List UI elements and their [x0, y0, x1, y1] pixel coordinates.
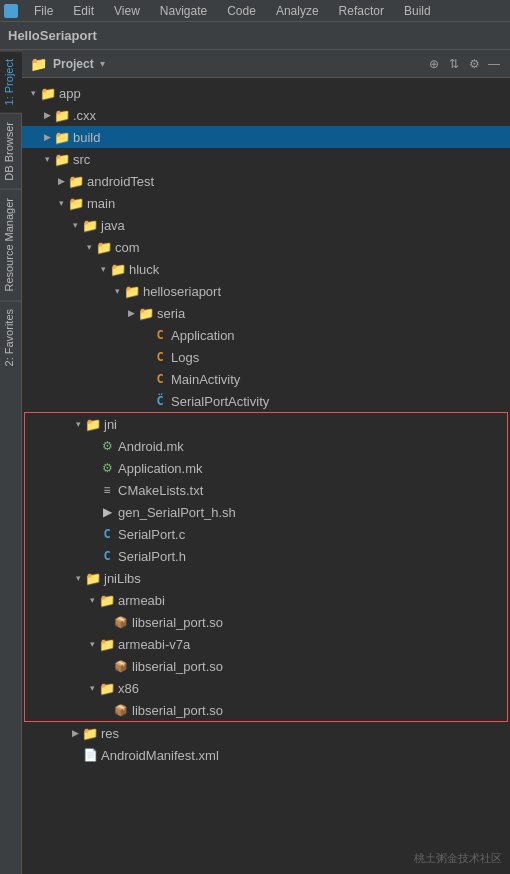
tree-icon-com: 📁	[96, 239, 112, 255]
tree-label-com: com	[115, 240, 140, 255]
tree-arrow-hluck: ▾	[96, 262, 110, 276]
left-tab-resource[interactable]: Resource Manager	[0, 189, 22, 300]
project-label: Project	[53, 57, 94, 71]
tree-item-AndroidManifest.xml[interactable]: 📄 AndroidManifest.xml	[22, 744, 510, 766]
tree-icon-x86: 📁	[99, 680, 115, 696]
dropdown-arrow[interactable]: ▾	[100, 58, 105, 69]
tree-icon-SerialPort.c: C	[99, 526, 115, 542]
tree-item-SerialPortActivity[interactable]: C̈ SerialPortActivity	[22, 390, 510, 412]
tree-icon-MainActivity: C	[152, 371, 168, 387]
tree-arrow-res: ▶	[68, 726, 82, 740]
tree-item-src[interactable]: ▾ 📁 src	[22, 148, 510, 170]
tree-label-SerialPort.h: SerialPort.h	[118, 549, 186, 564]
project-toolbar: 📁 Project ▾ ⊕ ⇅ ⚙ —	[22, 50, 510, 78]
tree-icon-SerialPortActivity: C̈	[152, 393, 168, 409]
tree-label-Application.mk: Application.mk	[118, 461, 203, 476]
tree-item-build[interactable]: ▶ 📁 build	[22, 126, 510, 148]
tree-item-x86[interactable]: ▾ 📁 x86	[25, 677, 507, 699]
tree-arrow-Logs	[138, 350, 152, 364]
tree-item-armeabi-v7a[interactable]: ▾ 📁 armeabi-v7a	[25, 633, 507, 655]
tree-label-libserial_port_so_1: libserial_port.so	[132, 615, 223, 630]
tree-item-SerialPort.h[interactable]: C SerialPort.h	[25, 545, 507, 567]
tree-item-CMakeLists.txt[interactable]: ≡ CMakeLists.txt	[25, 479, 507, 501]
close-icon[interactable]: —	[486, 56, 502, 72]
tree-label-gen_SerialPort_h.sh: gen_SerialPort_h.sh	[118, 505, 236, 520]
tree-label-jniLibs: jniLibs	[104, 571, 141, 586]
tree-arrow-main: ▾	[54, 196, 68, 210]
collapse-icon[interactable]: ⇅	[446, 56, 462, 72]
tree-item-main[interactable]: ▾ 📁 main	[22, 192, 510, 214]
left-tab-project[interactable]: 1: Project	[0, 50, 22, 113]
tree-item-MainActivity[interactable]: C MainActivity	[22, 368, 510, 390]
tree-label-x86: x86	[118, 681, 139, 696]
menu-edit[interactable]: Edit	[69, 2, 98, 20]
menu-code[interactable]: Code	[223, 2, 260, 20]
tree-item-SerialPort.c[interactable]: C SerialPort.c	[25, 523, 507, 545]
tree-item-libserial_port_so_2[interactable]: 📦 libserial_port.so	[25, 655, 507, 677]
tree-item-androidTest[interactable]: ▶ 📁 androidTest	[22, 170, 510, 192]
tree-item-res[interactable]: ▶ 📁 res	[22, 722, 510, 744]
settings-icon[interactable]: ⚙	[466, 56, 482, 72]
tree-label-cxx: .cxx	[73, 108, 96, 123]
tree-label-armeabi-v7a: armeabi-v7a	[118, 637, 190, 652]
menu-file[interactable]: File	[30, 2, 57, 20]
tree-icon-armeabi: 📁	[99, 592, 115, 608]
tree-label-app: app	[59, 86, 81, 101]
tree-arrow-SerialPortActivity	[138, 394, 152, 408]
tree-icon-armeabi-v7a: 📁	[99, 636, 115, 652]
tree-label-java: java	[101, 218, 125, 233]
tree-label-build: build	[73, 130, 100, 145]
project-panel: 📁 Project ▾ ⊕ ⇅ ⚙ — ▾ 📁 app ▶ 📁 .cxx ▶	[22, 50, 510, 874]
tree-label-armeabi: armeabi	[118, 593, 165, 608]
tree-item-cxx[interactable]: ▶ 📁 .cxx	[22, 104, 510, 126]
tree-label-helloseriaport: helloseriaport	[143, 284, 221, 299]
tree-item-Application[interactable]: C Application	[22, 324, 510, 346]
tree-arrow-androidTest: ▶	[54, 174, 68, 188]
tree-label-Android.mk: Android.mk	[118, 439, 184, 454]
tree-arrow-MainActivity	[138, 372, 152, 386]
menu-build[interactable]: Build	[400, 2, 435, 20]
tree-arrow-build: ▶	[40, 130, 54, 144]
left-tabs: 1: Project DB Browser Resource Manager 2…	[0, 50, 22, 874]
tree-icon-SerialPort.h: C	[99, 548, 115, 564]
tree-item-jniLibs[interactable]: ▾ 📁 jniLibs	[25, 567, 507, 589]
tree-item-Logs[interactable]: C Logs	[22, 346, 510, 368]
tree-label-androidTest: androidTest	[87, 174, 154, 189]
tree-item-app[interactable]: ▾ 📁 app	[22, 82, 510, 104]
tree-icon-gen_SerialPort_h.sh: ▶	[99, 504, 115, 520]
tree-item-com[interactable]: ▾ 📁 com	[22, 236, 510, 258]
tree-item-java[interactable]: ▾ 📁 java	[22, 214, 510, 236]
left-tab-favorites[interactable]: 2: Favorites	[0, 300, 22, 374]
tree-icon-src: 📁	[54, 151, 70, 167]
tree-arrow-SerialPort.h	[85, 549, 99, 563]
tree-item-Android.mk[interactable]: ⚙ Android.mk	[25, 435, 507, 457]
left-tab-db[interactable]: DB Browser	[0, 113, 22, 189]
tree-item-jni[interactable]: ▾ 📁 jni	[25, 413, 507, 435]
tree-arrow-cxx: ▶	[40, 108, 54, 122]
tree-arrow-SerialPort.c	[85, 527, 99, 541]
menu-view[interactable]: View	[110, 2, 144, 20]
tree-icon-androidTest: 📁	[68, 173, 84, 189]
title-text: HelloSeriaport	[8, 28, 97, 43]
tree-arrow-com: ▾	[82, 240, 96, 254]
locate-icon[interactable]: ⊕	[426, 56, 442, 72]
tree-item-libserial_port_so_1[interactable]: 📦 libserial_port.so	[25, 611, 507, 633]
tree-arrow-gen_SerialPort_h.sh	[85, 505, 99, 519]
tree-item-gen_SerialPort_h.sh[interactable]: ▶ gen_SerialPort_h.sh	[25, 501, 507, 523]
tree-item-Application.mk[interactable]: ⚙ Application.mk	[25, 457, 507, 479]
tree-icon-Application: C	[152, 327, 168, 343]
tree-icon-main: 📁	[68, 195, 84, 211]
tree-item-armeabi[interactable]: ▾ 📁 armeabi	[25, 589, 507, 611]
tree-arrow-libserial_port_so_3	[99, 703, 113, 717]
tree-item-libserial_port_so_3[interactable]: 📦 libserial_port.so	[25, 699, 507, 721]
tree-arrow-armeabi: ▾	[85, 593, 99, 607]
menu-navigate[interactable]: Navigate	[156, 2, 211, 20]
tree-item-hluck[interactable]: ▾ 📁 hluck	[22, 258, 510, 280]
tree-item-seria[interactable]: ▶ 📁 seria	[22, 302, 510, 324]
tree-label-SerialPortActivity: SerialPortActivity	[171, 394, 269, 409]
menu-analyze[interactable]: Analyze	[272, 2, 323, 20]
tree-arrow-libserial_port_so_1	[99, 615, 113, 629]
menu-refactor[interactable]: Refactor	[335, 2, 388, 20]
app-logo	[4, 4, 18, 18]
tree-item-helloseriaport[interactable]: ▾ 📁 helloseriaport	[22, 280, 510, 302]
